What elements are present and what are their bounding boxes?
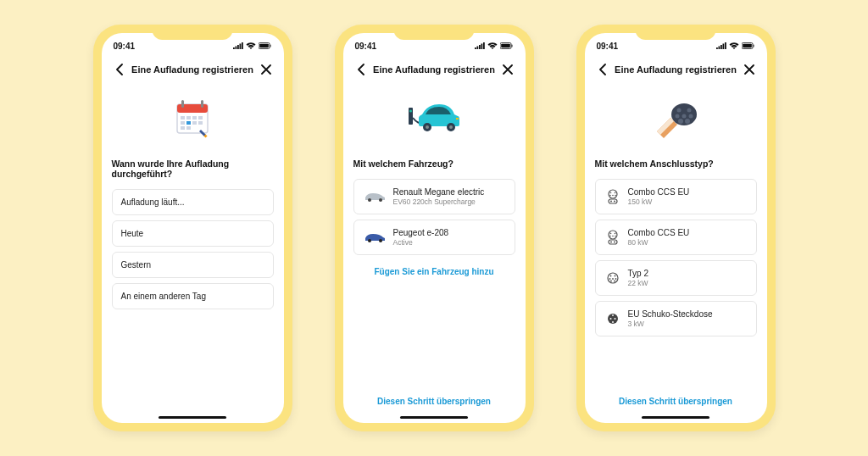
svg-point-43 (609, 190, 617, 198)
car-icon (363, 231, 387, 244)
svg-point-56 (612, 236, 614, 237)
close-button[interactable] (259, 62, 274, 77)
svg-rect-2 (270, 45, 270, 47)
svg-rect-7 (181, 116, 185, 120)
connector-power: 80 kW (628, 238, 748, 247)
question-text: Mit welchem Fahrzeug? (353, 158, 515, 169)
connector-option[interactable]: Typ 2 22 kW (595, 260, 757, 296)
connector-illustration (595, 87, 757, 148)
svg-rect-49 (609, 199, 617, 203)
svg-rect-9 (192, 116, 197, 120)
svg-point-51 (614, 201, 615, 203)
svg-point-55 (609, 236, 611, 237)
page-title: Eine Aufladung registrieren (369, 64, 500, 75)
close-button[interactable] (742, 62, 757, 77)
svg-point-42 (685, 119, 690, 124)
svg-point-28 (368, 198, 371, 202)
vehicles-list: Renault Megane electric EV60 220ch Super… (353, 179, 515, 255)
svg-point-38 (676, 114, 680, 119)
nav-bar: Eine Aufladung registrieren (585, 58, 767, 86)
svg-rect-19 (501, 44, 510, 48)
svg-point-52 (609, 231, 617, 239)
connector-name: Combo CCS EU (628, 187, 748, 197)
svg-point-57 (615, 236, 616, 237)
status-icons (716, 42, 755, 49)
connector-name: Typ 2 (628, 269, 748, 278)
svg-rect-33 (743, 44, 752, 48)
status-time: 09:41 (355, 42, 377, 51)
phone-mock-2: 09:41 Eine Aufladung registrieren (335, 25, 534, 431)
option-yesterday[interactable]: Gestern (112, 252, 274, 278)
connector-power: 3 kW (628, 320, 748, 328)
svg-rect-27 (456, 118, 459, 120)
notch (153, 25, 233, 40)
svg-point-48 (615, 195, 616, 197)
status-icons (475, 42, 514, 49)
svg-point-40 (689, 114, 693, 119)
vehicle-option[interactable]: Renault Megane electric EV60 220ch Super… (353, 179, 515, 214)
svg-point-71 (614, 318, 615, 320)
back-button[interactable] (353, 62, 369, 77)
svg-point-54 (614, 233, 615, 235)
nav-bar: Eine Aufladung registrieren (102, 58, 284, 86)
svg-point-46 (609, 195, 611, 197)
skip-step-link[interactable]: Diesen Schritt überspringen (595, 397, 757, 406)
vehicle-name: Renault Megane electric (393, 187, 506, 197)
home-indicator (400, 416, 468, 420)
options-list: Aufladung läuft... Heute Gestern An eine… (112, 189, 274, 309)
connector-option[interactable]: Combo CCS EU 150 kW (595, 179, 757, 214)
svg-rect-13 (192, 121, 197, 125)
status-icons (233, 42, 272, 49)
home-indicator (642, 416, 709, 420)
svg-point-62 (609, 275, 611, 277)
option-charging-now[interactable]: Aufladung läuft... (112, 189, 274, 215)
svg-point-63 (614, 275, 615, 277)
option-today[interactable]: Heute (112, 220, 274, 247)
svg-rect-15 (181, 126, 185, 130)
status-time: 09:41 (597, 42, 619, 51)
back-button[interactable] (595, 62, 610, 77)
svg-point-47 (612, 195, 614, 197)
svg-point-70 (609, 318, 611, 320)
page-title: Eine Aufladung registrieren (610, 64, 742, 75)
svg-point-30 (368, 239, 371, 242)
svg-point-65 (612, 278, 614, 280)
svg-rect-11 (181, 121, 185, 125)
add-vehicle-link[interactable]: Fügen Sie ein Fahrzeug hinzu (353, 267, 515, 276)
nav-bar: Eine Aufladung registrieren (343, 58, 526, 86)
close-button[interactable] (500, 62, 515, 77)
calendar-illustration (112, 87, 274, 148)
svg-point-64 (609, 278, 610, 280)
svg-point-60 (614, 242, 615, 243)
svg-point-37 (687, 108, 692, 113)
car-icon (363, 190, 387, 203)
connector-name: Combo CCS EU (628, 228, 748, 237)
option-other-day[interactable]: An einem anderen Tag (112, 283, 274, 309)
svg-point-24 (426, 125, 429, 129)
svg-rect-8 (186, 116, 191, 120)
svg-rect-5 (181, 100, 184, 108)
svg-rect-12 (186, 121, 191, 125)
connectors-list: Combo CCS EU 150 kW Combo CCS EU 80 kW (595, 179, 757, 336)
svg-rect-14 (198, 121, 203, 125)
vehicle-name: Peugeot e-208 (393, 228, 506, 237)
svg-rect-10 (198, 116, 203, 120)
schuko-connector-icon (604, 310, 621, 327)
svg-point-29 (379, 198, 382, 202)
notch (394, 25, 475, 40)
connector-option[interactable]: EU Schuko-Steckdose 3 kW (595, 301, 757, 336)
svg-point-61 (608, 273, 618, 283)
svg-point-31 (379, 239, 382, 242)
svg-point-53 (609, 233, 611, 235)
svg-point-36 (677, 108, 682, 113)
skip-step-link[interactable]: Diesen Schritt überspringen (353, 397, 515, 406)
svg-rect-73 (612, 321, 613, 323)
connector-power: 22 kW (628, 279, 748, 287)
notch (636, 25, 716, 40)
svg-point-41 (678, 119, 683, 124)
back-button[interactable] (112, 62, 127, 77)
connector-power: 150 kW (628, 197, 748, 206)
svg-rect-58 (609, 240, 617, 244)
connector-option[interactable]: Combo CCS EU 80 kW (595, 220, 757, 255)
vehicle-option[interactable]: Peugeot e-208 Active (353, 220, 515, 255)
